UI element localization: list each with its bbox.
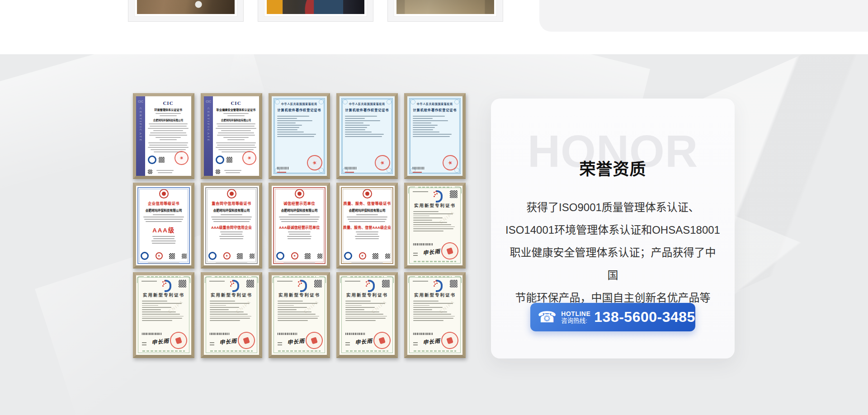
certificate-thumbnail-8[interactable]: 诚信经营示范单位 合肥珂玛环保科技有限公司 AAA级诚信经营示范单位 ★ (269, 183, 330, 269)
project-photo-card-3[interactable] (387, 0, 503, 22)
hotline-button[interactable]: ☎ HOTLINE 咨询热线: 138-5600-3485 (530, 303, 695, 331)
cnipa-logo (433, 190, 443, 200)
cnipa-logo (162, 279, 172, 289)
cert-company: 合肥珂玛环保科技有限公司 (217, 118, 255, 122)
cert-company: 合肥珂玛环保科技有限公司 (139, 208, 189, 212)
certificate-thumbnail-12[interactable]: 实用新型专利证书 申长雨 CNIPA (201, 272, 262, 358)
cert-number (277, 281, 292, 282)
cnipa-logo (365, 279, 375, 289)
construction-equipment-photo (267, 0, 364, 14)
cert-title: 企业信用等级证书 (138, 201, 189, 206)
certificate-side-band: CIC CERTIFICATE (204, 96, 213, 176)
hotline-label-zh: 咨询热线: (561, 317, 590, 325)
qr-code (179, 280, 186, 288)
certificate-thumbnail-9[interactable]: 质量、服务、信誉等级证书 合肥珂玛环保科技有限公司 质量、服务、信誉AAA级企业… (336, 183, 398, 269)
qr-code (382, 280, 390, 288)
cert-number (345, 281, 360, 282)
cert-award: AAA级诚信经营示范单位 (273, 224, 326, 229)
cert-company: 合肥珂玛环保科技有限公司 (149, 118, 188, 122)
qr-code (246, 280, 254, 288)
cert-number (413, 172, 422, 173)
cert-title: 计算机软件著作权登记证书 (341, 107, 393, 112)
cert-title: 诚信经营示范单位 (274, 201, 325, 206)
cert-barcode (142, 333, 162, 335)
cert-barcode (345, 333, 365, 335)
cert-award: AAA级 (137, 226, 190, 234)
cert-barcode (277, 167, 289, 170)
cert-number (277, 172, 286, 173)
cert-title: 质量、服务、信誉等级证书 (342, 201, 392, 206)
cert-barcode (413, 167, 425, 170)
cert-number (413, 281, 428, 282)
cert-company: 合肥珂玛环保科技有限公司 (342, 208, 392, 212)
certificate-thumbnail-11[interactable]: 实用新型专利证书 申长雨 CNIPA (133, 272, 194, 358)
hotline-labels: HOTLINE 咨询热线: (561, 310, 590, 325)
concrete-structure-photo (396, 0, 494, 14)
cert-logos: ★ (276, 252, 322, 260)
cert-barcode (345, 167, 357, 170)
cert-logos: ★ (208, 252, 255, 260)
cert-barcode (210, 333, 230, 335)
honor-section: CIC CERTIFICATE CIC 环境管理体系认证证书 合肥珂玛环保科技有… (0, 54, 868, 415)
honor-title: 荣誉资质 (491, 156, 735, 179)
qr-code (450, 280, 458, 288)
cert-logos (216, 156, 232, 164)
certificate-thumbnail-2[interactable]: CIC CERTIFICATE CIC 职业健康安全管理体系认证证书 合肥珂玛环… (201, 93, 262, 179)
cert-number (413, 191, 428, 192)
photo-frame (394, 0, 496, 16)
certificate-thumbnail-10[interactable]: 实用新型专利证书 申长雨 CNIPA (404, 183, 466, 269)
certificate-side-band: CIC CERTIFICATE (136, 96, 145, 176)
cert-award: 质量、服务、信誉AAA级企业 (341, 224, 393, 229)
top-section (0, 0, 868, 54)
cert-authority: 中华人民共和国国家版权局 (341, 102, 393, 106)
certificate-grid: CIC CERTIFICATE CIC 环境管理体系认证证书 合肥珂玛环保科技有… (133, 93, 466, 358)
qr-code (450, 190, 458, 198)
cert-brand: CIC (215, 100, 257, 106)
cert-logos: ★ (141, 252, 187, 260)
certificate-thumbnail-15[interactable]: 实用新型专利证书 申长雨 CNIPA (404, 272, 466, 358)
certificate-thumbnail-7[interactable]: 重合同守信用等级证书 合肥珂玛环保科技有限公司 AAA级重合同守信用企业 ★ (201, 183, 262, 269)
certificate-thumbnail-4[interactable]: 中华人民共和国国家版权局 计算机软件著作权登记证书 ★ (336, 93, 398, 179)
cert-title: 计算机软件著作权登记证书 (273, 107, 326, 112)
certificate-thumbnail-3[interactable]: 中华人民共和国国家版权局 计算机软件著作权登记证书 ★ (269, 93, 330, 179)
cert-logos (148, 156, 165, 164)
cert-brand: CIC (147, 100, 189, 106)
cert-company: 合肥珂玛环保科技有限公司 (274, 208, 324, 212)
cert-title: 职业健康安全管理体系认证证书 (216, 107, 256, 112)
cert-logos: ★ (344, 252, 390, 260)
cnipa-logo (433, 279, 443, 289)
cert-barcode (278, 333, 297, 335)
certificate-thumbnail-14[interactable]: 实用新型专利证书 申长雨 CNIPA (336, 272, 398, 358)
cert-award: AAA级重合同守信用企业 (205, 224, 258, 229)
certificate-thumbnail-5[interactable]: 中华人民共和国国家版权局 计算机软件著作权登记证书 ★ (404, 93, 466, 179)
cnipa-logo (230, 279, 240, 289)
cert-company: 合肥珂玛环保科技有限公司 (207, 208, 256, 212)
hotline-number: 138-5600-3485 (594, 309, 695, 325)
cert-number (209, 281, 225, 282)
cert-number (142, 281, 157, 282)
cert-authority: 中华人民共和国国家版权局 (273, 102, 326, 106)
cert-barcode (413, 333, 433, 335)
photo-frame (135, 0, 237, 16)
hotline-label-en: HOTLINE (561, 310, 590, 317)
project-photo-card-1[interactable] (128, 0, 244, 22)
top-right-panel (539, 0, 868, 32)
cert-number (345, 172, 354, 173)
cert-title: 环境管理体系认证证书 (148, 107, 188, 112)
certificate-thumbnail-6[interactable]: 企业信用等级证书 合肥珂玛环保科技有限公司 AAA级 ★ (133, 183, 194, 269)
qr-code (314, 280, 322, 288)
project-photo-card-2[interactable] (258, 0, 373, 22)
excavation-site-photo (137, 0, 235, 14)
cnipa-logo (297, 279, 307, 289)
certificate-thumbnail-1[interactable]: CIC CERTIFICATE CIC 环境管理体系认证证书 合肥珂玛环保科技有… (133, 93, 194, 179)
cert-authority: 中华人民共和国国家版权局 (409, 102, 461, 106)
cert-title: 重合同守信用等级证书 (206, 201, 257, 206)
photo-frame (264, 0, 367, 16)
cert-barcode (413, 243, 433, 245)
phone-icon: ☎ (538, 309, 557, 325)
cert-title: 计算机软件著作权登记证书 (409, 107, 461, 112)
certificate-thumbnail-13[interactable]: 实用新型专利证书 申长雨 CNIPA (269, 272, 330, 358)
honor-card: HONOR 荣誉资质 获得了ISO9001质量管理体系认证、 ISO14001环… (491, 99, 735, 358)
